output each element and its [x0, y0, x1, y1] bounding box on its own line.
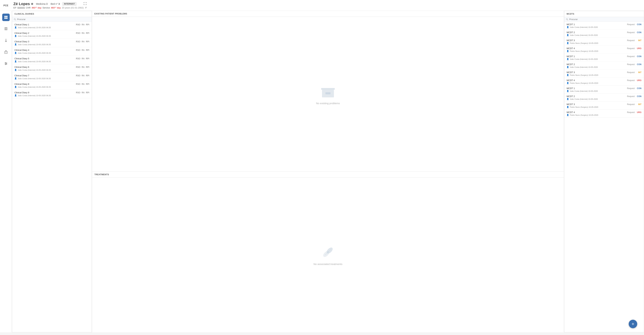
mcdt-item[interactable]: MCDT 2 Request CON 👤 João Costa (Interni… — [564, 30, 644, 38]
diary-item-name: Clinical Diary 2 — [14, 32, 29, 34]
mcdt-request-label[interactable]: Request — [627, 23, 635, 26]
diary-tag[interactable]: RPI — [86, 66, 89, 68]
mcdt-request-label[interactable]: Request — [627, 63, 635, 66]
ep-number: 111111 — [17, 6, 25, 9]
diary-tag[interactable]: RSO — [76, 40, 80, 43]
diary-tag[interactable]: RA — [82, 23, 84, 26]
svg-rect-17 — [326, 92, 330, 94]
diary-tag[interactable]: RA — [82, 74, 84, 77]
mcdt-request-label[interactable]: Request — [627, 111, 635, 113]
diary-tag[interactable]: RPI — [86, 91, 89, 94]
diary-item[interactable]: Clinical Diary 7 RSORARPI 👤 João Costa (… — [12, 73, 92, 81]
mcdt-item-name: MCDT 3 — [566, 39, 575, 42]
mcdt-item[interactable]: MCDT 1 Request CON 👤 João Costa (Interni… — [564, 22, 644, 30]
treatments-panel: TREATMENTS No associated treatments — [92, 172, 564, 332]
diary-tag[interactable]: RA — [82, 32, 84, 34]
diary-tag[interactable]: RPI — [86, 83, 89, 85]
archive-icon — [320, 84, 336, 99]
sidebar-item-book[interactable] — [2, 25, 10, 33]
diary-item[interactable]: Clinical Diary 6 RSORARPI 👤 João Costa (… — [12, 64, 92, 73]
diary-tag[interactable]: RPI — [86, 32, 89, 34]
mcdt-item[interactable]: MCDT 4 Request URG 👤 Pedro Nuno (Surgery… — [564, 78, 644, 86]
mcdt-item[interactable]: MCDT 4 Request URG 👤 Pedro Nuno (Surgery… — [564, 110, 644, 118]
diary-tag[interactable]: RPI — [86, 23, 89, 26]
mcdt-badge: CON — [636, 55, 642, 58]
mcdt-item-author: João Costa (Internist) 10-05-2020 — [570, 58, 598, 60]
expand-icon[interactable] — [83, 2, 87, 6]
diary-item-name: Clinical Diary 9 — [14, 91, 29, 94]
mcdt-badge: CON — [636, 95, 642, 98]
sidebar-item-grid[interactable] — [2, 13, 10, 21]
mcdt-request-label[interactable]: Request — [627, 79, 635, 82]
sidebar-item-sliders[interactable] — [2, 60, 10, 67]
clinical-diaries-search-input[interactable] — [17, 18, 90, 20]
diary-item-meta: 👤 João Costa (Internist) 10-05-2020 06:3… — [14, 69, 89, 71]
mcdt-item-author: João Costa (Internist) 10-05-2020 — [570, 98, 598, 100]
fab-button[interactable]: + — [629, 320, 637, 328]
sidebar — [0, 11, 12, 332]
mcdt-item[interactable]: MCDT 1 Request CON 👤 João Costa (Interni… — [564, 54, 644, 62]
mcdt-item-name: MCDT 1 — [566, 23, 575, 26]
mcdt-item[interactable]: MCDT 3 Request INT 👤 Pedro Nuno (Surgery… — [564, 102, 644, 110]
svg-point-12 — [5, 64, 6, 65]
mcdt-item-meta: 👤 Pedro Nuno (Surgery) 10-05-2020 — [566, 50, 642, 52]
diary-tag[interactable]: RPI — [86, 74, 89, 77]
mcdt-item-name: MCDT 4 — [566, 79, 575, 82]
diary-tag[interactable]: RA — [82, 83, 84, 85]
mcdt-item[interactable]: MCDT 3 Request INT 👤 Pedro Nuno (Surgery… — [564, 70, 644, 78]
diary-tag[interactable]: RA — [82, 40, 84, 43]
diary-tag[interactable]: RSO — [76, 32, 80, 34]
mcdt-badge: CON — [636, 31, 642, 34]
mcdt-item-author: Pedro Nuno (Surgery) 10-05-2020 — [570, 106, 598, 108]
diary-tag[interactable]: RSO — [76, 83, 80, 85]
mcdt-badge: URG — [636, 47, 642, 50]
mcdt-item[interactable]: MCDT 2 Request CON 👤 João Costa (Interni… — [564, 62, 644, 70]
diary-item[interactable]: Clinical Diary 9 RSORARPI 👤 João Costa (… — [12, 90, 92, 98]
diary-tag[interactable]: RSO — [76, 23, 80, 26]
diary-tag[interactable]: RSO — [76, 74, 80, 77]
diary-tag[interactable]: RPI — [86, 57, 89, 60]
diary-tag[interactable]: RA — [82, 66, 84, 68]
diary-tag[interactable]: RSO — [76, 91, 80, 94]
sidebar-item-flask[interactable] — [2, 37, 10, 44]
user-icon: 👤 — [14, 35, 17, 37]
diary-item[interactable]: Clinical Diary 5 RSORARPI 👤 João Costa (… — [12, 56, 92, 64]
diary-item-meta: 👤 João Costa (Internist) 10-05-2020 06:3… — [14, 77, 89, 79]
mcdt-item[interactable]: MCDT 3 Request INT 👤 Pedro Nuno (Surgery… — [564, 38, 644, 46]
clinical-diaries-title: CLINICAL DIARIES — [12, 11, 92, 17]
diary-tag[interactable]: RA — [82, 57, 84, 60]
diary-tag[interactable]: RA — [82, 91, 84, 94]
mcdt-request-label[interactable]: Request — [627, 87, 635, 90]
mcdt-request-label[interactable]: Request — [627, 55, 635, 58]
sidebar-item-bag[interactable] — [2, 48, 10, 56]
chr-label: CHR — [26, 6, 30, 9]
mcdt-request-label[interactable]: Request — [627, 71, 635, 74]
mcdt-badge: CON — [636, 87, 642, 90]
diary-tag[interactable]: RSO — [76, 66, 80, 68]
diary-tag[interactable]: RSO — [76, 49, 80, 51]
mcdt-request-label[interactable]: Request — [627, 39, 635, 42]
user-icon: 👤 — [566, 26, 569, 28]
diary-item[interactable]: Clinical Diary 8 RSORARPI 👤 João Costa (… — [12, 81, 92, 90]
diary-tag[interactable]: RPI — [86, 40, 89, 43]
clinical-diaries-search[interactable] — [12, 17, 92, 22]
mcdt-item-meta: 👤 João Costa (Internist) 10-05-2020 — [566, 26, 642, 28]
diary-item[interactable]: Clinical Diary 1 RSORARPI 👤 João Costa (… — [12, 22, 92, 30]
mcdt-request-label[interactable]: Request — [627, 31, 635, 34]
patient-gender: F — [86, 6, 87, 9]
mcdt-request-label[interactable]: Request — [627, 47, 635, 50]
patient-name: Zé Lopes — [14, 2, 33, 6]
diary-tag[interactable]: RPI — [86, 49, 89, 51]
mcdts-search-input[interactable] — [569, 18, 642, 20]
diary-item[interactable]: Clinical Diary 3 RSORARPI 👤 João Costa (… — [12, 39, 92, 47]
diary-item[interactable]: Clinical Diary 2 RSORARPI 👤 João Costa (… — [12, 30, 92, 39]
diary-tag[interactable]: RSO — [76, 57, 80, 60]
mcdts-search[interactable] — [564, 17, 644, 22]
diary-tag[interactable]: RA — [82, 49, 84, 51]
mcdt-item[interactable]: MCDT 4 Request URG 👤 Pedro Nuno (Surgery… — [564, 46, 644, 54]
diary-item[interactable]: Clinical Diary 4 RSORARPI 👤 João Costa (… — [12, 47, 92, 56]
mcdt-request-label[interactable]: Request — [627, 103, 635, 106]
mcdt-item[interactable]: MCDT 2 Request CON 👤 João Costa (Interni… — [564, 94, 644, 102]
mcdt-request-label[interactable]: Request — [627, 95, 635, 98]
mcdt-item[interactable]: MCDT 1 Request CON 👤 João Costa (Interni… — [564, 86, 644, 94]
